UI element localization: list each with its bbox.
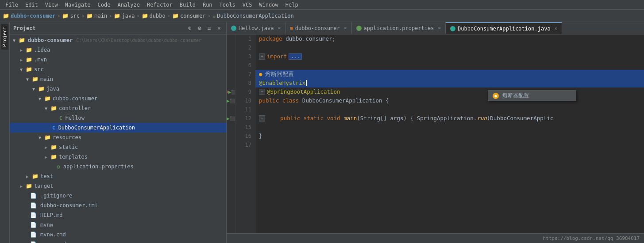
menu-file[interactable]: File [2,1,22,9]
tab-appprop[interactable]: application.properties × [352,22,446,34]
tab-hellow-close[interactable]: × [278,25,281,31]
tree-src[interactable]: ▼ 📁 src [10,65,226,74]
menu-window[interactable]: Window [255,1,282,9]
tree-resources[interactable]: ▼ 📁 resources [10,133,226,142]
tree-root-path: C:\Users\XXX\Desktop\dubbo\dubbo\dubbo-c… [76,38,201,43]
status-url: https://blog.csdn.net/qq_36984017 [543,235,640,241]
menu-tools[interactable]: Tools [216,1,239,9]
tree-mvn[interactable]: ▶ 📁 .mvn [10,55,226,65]
tri-test: ▶ [25,174,30,179]
main-folder-icon: 📁 [86,13,93,19]
mvnwcmd-icon: 📄 [30,232,37,238]
tri-templates: ▶ [43,155,49,159]
editor-area: Hellow.java × m dubbo-consumer × applica… [227,22,644,243]
code-content[interactable]: package dubbo.consumer; + import ... ● 熔… [255,34,644,243]
ac-item-0[interactable]: ● 熔断器配置 [488,91,576,101]
menu-navigate[interactable]: Navigate [62,1,94,9]
menu-run[interactable]: Run [199,1,216,9]
tab-dubboapp[interactable]: DubboConsumerApplication.java × [446,22,562,34]
gutter-debug-10[interactable]: ⬛ [230,99,235,103]
menu-edit[interactable]: Edit [22,1,42,9]
sidebar-settings-icon[interactable]: ⚙ [196,25,203,32]
tree-gitignore[interactable]: 📄 .gitignore [10,191,226,201]
menu-help[interactable]: Help [282,1,302,9]
tree-idea[interactable]: ▶ 📁 .idea [10,45,226,55]
menu-code[interactable]: Code [94,1,114,9]
kw-static: static [304,114,324,123]
templates-folder-icon: 📁 [50,154,57,160]
tree-root[interactable]: ▼ 📁 dubbo-consumer C:\Users\XXX\Desktop\… [10,35,226,45]
import-fold-indicator[interactable]: ... [289,53,302,60]
menu-analyze[interactable]: Analyze [114,1,143,9]
breadcrumb-java[interactable]: java [122,13,135,19]
sidebar-collapse-icon[interactable]: ≡ [206,25,213,32]
tree-pom[interactable]: 📄 m pom.xml [10,239,226,243]
pom-icon: 📄 [30,241,37,243]
ln-3: 3 [235,52,251,61]
gutter-run-12[interactable]: ▶ [227,116,230,122]
tree-idea-label: .idea [34,47,50,53]
tri-mvn: ▶ [19,57,24,62]
tree-templates[interactable]: ▶ 📁 templates [10,152,226,162]
ln-11: 11 [235,105,251,114]
tree-hellow[interactable]: C Hellow [10,113,226,123]
menu-view[interactable]: View [42,1,62,9]
idea-folder-icon: 📁 [26,47,32,53]
tree-help[interactable]: 📄 HELP.md [10,210,226,220]
menu-vcs[interactable]: VCS [239,1,256,9]
tree-test[interactable]: ▶ 📁 test [10,171,226,181]
ac-bullet: ● [259,70,262,79]
tree-mvnwcmd[interactable]: 📄 mvnw.cmd [10,230,226,239]
tree-static[interactable]: ▶ 📁 static [10,142,226,152]
tree-controller[interactable]: ▼ 📁 controller [10,103,226,113]
paren-main: ( [357,114,360,123]
sidebar-title: Project [13,25,185,31]
gutter-debug-12[interactable]: ⬛ [230,116,235,121]
fold-main[interactable]: − [259,115,265,122]
tab-appprop-close[interactable]: × [438,25,441,31]
menu-refactor[interactable]: Refactor [143,1,176,9]
ann-springboot: @SpringBootApplication [267,87,340,96]
java-folder-icon2: 📁 [38,86,45,92]
ln-17: 17 [235,140,251,149]
vtab-project[interactable]: Project [1,24,8,49]
cursor [306,80,307,86]
dubbo-folder-icon2: 📁 [44,95,51,102]
tab-dubboapp-close[interactable]: × [555,26,558,31]
tree-pom-name: pom.xml [45,241,68,243]
tri-idea: ▶ [19,48,24,53]
autocomplete-popup: ● 熔断器配置 [488,90,576,101]
tree-main[interactable]: ▼ 📁 main [10,74,226,84]
tree-mvnw[interactable]: 📄 mvnw [10,220,226,230]
root-folder-icon: 📁 [19,37,25,43]
tab-hellow[interactable]: Hellow.java × [227,22,285,34]
tree-java[interactable]: ▼ 📁 java [10,84,226,94]
tab-module-close[interactable]: × [344,25,347,31]
tree-dubbo-consumer[interactable]: ▼ 📁 dubbo.consumer [10,94,226,103]
tree-appprop-label: application.properties [63,163,134,170]
tree-static-label: static [59,144,78,150]
breadcrumb-root[interactable]: dubbo-consumer [11,13,55,19]
tree-app-props[interactable]: ⚙ application.properties [10,162,226,171]
fold-class[interactable]: − [259,89,265,95]
menu-build[interactable]: Build [176,1,199,9]
pkg-name: dubbo.consumer; [285,34,335,43]
tree-iml[interactable]: 📄 dubbo-consumer.iml [10,201,226,210]
breadcrumb-consumer[interactable]: consumer [180,13,206,19]
tree-target[interactable]: ▶ 📁 target [10,181,226,191]
breadcrumb-main[interactable]: main [94,13,107,19]
gutter-run-10[interactable]: ▶ [227,98,230,104]
tab-module[interactable]: m dubbo-consumer × [285,22,351,34]
fold-import[interactable]: + [259,53,265,60]
sidebar-locate-icon[interactable]: ⊕ [186,25,193,32]
ln-2: 2 [235,43,251,52]
toolbar: 📁 dubbo-consumer › 📁 src › 📁 main › 📁 ja… [0,10,644,22]
class-icon: ☕ [212,13,216,19]
tree-dubbo-app[interactable]: C DubboConsumerApplication [10,123,226,133]
sidebar-close-icon[interactable]: × [216,25,223,32]
breadcrumb-src[interactable]: src [70,13,80,19]
breadcrumb-dubbo[interactable]: dubbo [150,13,166,19]
tree-test-label: test [40,173,53,179]
breadcrumb-class[interactable]: DubboConsumerApplication [217,13,293,19]
gutter-run-9[interactable]: ▶ [228,89,231,95]
